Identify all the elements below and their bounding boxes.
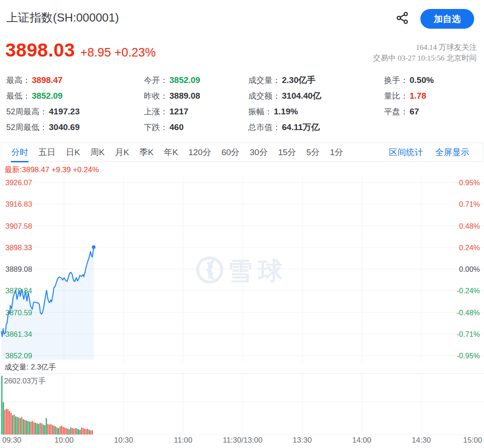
y-axis-price-label: 3907.58 (5, 222, 32, 231)
stat-52w-low: 52周最低：3040.69 (6, 119, 80, 135)
stat-volume: 成交量：2.30亿手 (248, 72, 321, 88)
stats-grid: 最高：3898.47 最低：3852.09 52周最高：4197.23 52周最… (0, 72, 484, 139)
stat-decliners: 下跌：460 (144, 119, 200, 135)
x-axis-time-label: 15:00 (463, 436, 482, 445)
add-watchlist-button[interactable]: 加自选 (420, 9, 474, 29)
y-axis-price-label: 3879.84 (5, 286, 32, 295)
y-axis-price-label: 3861.34 (5, 330, 32, 339)
y-axis-price-label: 3889.08 (5, 265, 32, 274)
tab-30min[interactable]: 30分 (249, 143, 268, 162)
tab-monthly-k[interactable]: 月K (114, 143, 130, 162)
x-axis-time-label: 10:30 (114, 436, 133, 445)
x-axis-time-label: 10:00 (55, 436, 74, 445)
tab-1min[interactable]: 1分 (329, 143, 344, 162)
tab-minute[interactable]: 分时 (11, 143, 29, 162)
trading-status: 交易中 03-27 10:15:56 北京时间 (373, 53, 477, 63)
stats-column-1: 最高：3898.47 最低：3852.09 52周最高：4197.23 52周最… (6, 72, 80, 135)
stat-open: 今开：3852.09 (144, 72, 200, 88)
x-axis-time-label: 14:30 (412, 436, 431, 445)
x-axis-time-label: 13:30 (293, 436, 312, 445)
stat-advancers: 上涨：1217 (144, 104, 200, 119)
stat-52w-high: 52周最高：4197.23 (6, 104, 80, 119)
stat-high: 最高：3898.47 (6, 72, 80, 88)
stat-turnover: 成交额：3104.40亿 (248, 88, 321, 104)
tab-120min[interactable]: 120分 (188, 143, 212, 162)
x-axis-time-label: 11:30/13:00 (223, 436, 263, 445)
tab-yearly-k[interactable]: 年K (164, 143, 179, 162)
tab-5day[interactable]: 五日 (38, 143, 56, 162)
y-axis-percent-label: 0.48% (459, 222, 480, 231)
tab-daily-k[interactable]: 日K (65, 143, 81, 162)
y-axis-percent-label: -0.24% (457, 286, 480, 295)
current-price-row: 3898.03 +8.95 +0.23% (5, 39, 156, 61)
y-axis-price-label: 3898.33 (5, 243, 32, 252)
volume-header-label: 成交量: 2.3亿手 (4, 362, 56, 372)
fullscreen-link[interactable]: 全屏显示 (435, 147, 469, 158)
y-axis-price-label: 3852.09 (5, 351, 32, 360)
stats-column-2: 今开：3852.09 昨收：3889.08 上涨：1217 下跌：460 (144, 72, 200, 135)
intraday-chart-section: 最新:3898.47 +9.39 +0.24% 雪球 成交量: 2.3亿手 26… (0, 162, 484, 448)
share-icon[interactable] (395, 11, 410, 25)
y-axis-price-label: 3916.83 (5, 200, 32, 209)
tab-60min[interactable]: 60分 (221, 143, 240, 162)
stat-volume-ratio: 量比：1.78 (384, 88, 434, 104)
stat-market-cap: 总市值：64.11万亿 (248, 119, 321, 135)
stats-column-3: 成交量：2.30亿手 成交额：3104.40亿 振幅：1.19% 总市值：64.… (248, 72, 321, 135)
tab-weekly-k[interactable]: 周K (90, 143, 105, 162)
chart-period-tabbar: 分时 五日 日K 周K 月K 季K 年K 120分 60分 30分 15分 5分… (1, 143, 483, 162)
y-axis-percent-label: 0.24% (459, 243, 480, 252)
stat-unchanged: 平盘：67 (384, 104, 434, 119)
tab-actions: 区间统计 全屏显示 (389, 147, 469, 158)
stock-detail-page: 上证指数(SH:000001) 加自选 3898.03 +8.95 +0.23%… (0, 0, 484, 448)
x-axis-time-label: 11:00 (174, 436, 192, 445)
tab-15min[interactable]: 15分 (277, 143, 296, 162)
tab-5min[interactable]: 5分 (306, 143, 320, 162)
tab-quarterly-k[interactable]: 季K (139, 143, 154, 162)
stat-prev-close: 昨收：3889.08 (144, 88, 200, 104)
y-axis-percent-label: 0.71% (459, 200, 480, 209)
y-axis-percent-label: 0.00% (459, 265, 480, 274)
stat-turnover-rate: 换手：0.50% (384, 72, 434, 88)
x-axis-time-label: 14:00 (352, 436, 372, 445)
price-change: +8.95 +0.23% (80, 46, 156, 60)
x-axis-time-label: 09:30 (2, 436, 22, 445)
stat-amplitude: 振幅：1.19% (248, 104, 321, 119)
y-axis-price-label: 3870.59 (5, 308, 32, 317)
current-price: 3898.03 (5, 39, 75, 61)
watermark-text: 雪球 (228, 257, 289, 285)
stat-low: 最低：3852.09 (6, 88, 80, 104)
volume-pane-header: 成交量: 2.3亿手 (0, 361, 484, 374)
y-axis-percent-label: -0.71% (457, 330, 480, 339)
xueqiu-watermark: 雪球 (194, 254, 290, 288)
y-axis-percent-label: 0.95% (459, 178, 480, 187)
y-axis-percent-label: -0.95% (457, 351, 480, 360)
range-statistics-link[interactable]: 区间统计 (389, 147, 423, 158)
volume-chart-plot[interactable] (0, 374, 484, 435)
followers-count: 164.14 万球友关注 (416, 42, 477, 52)
y-axis-percent-label: -0.48% (457, 308, 480, 317)
stats-column-4: 换手：0.50% 量比：1.78 平盘：67 (384, 72, 434, 119)
page-title: 上证指数(SH:000001) (6, 10, 119, 26)
y-axis-price-label: 3926.07 (5, 178, 32, 187)
